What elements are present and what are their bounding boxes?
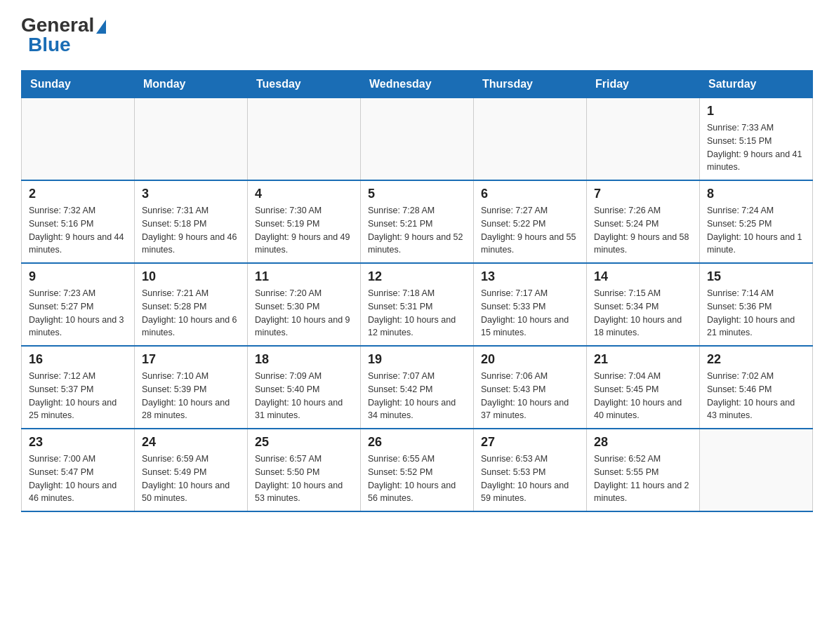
calendar-cell: 22Sunrise: 7:02 AMSunset: 5:46 PMDayligh… [700, 346, 813, 429]
calendar-cell: 16Sunrise: 7:12 AMSunset: 5:37 PMDayligh… [22, 346, 135, 429]
day-header-wednesday: Wednesday [361, 71, 474, 98]
calendar-table: SundayMondayTuesdayWednesdayThursdayFrid… [21, 70, 813, 512]
day-info: Sunrise: 7:31 AMSunset: 5:18 PMDaylight:… [142, 204, 240, 257]
day-info: Sunrise: 7:23 AMSunset: 5:27 PMDaylight:… [29, 287, 127, 340]
calendar-cell: 13Sunrise: 7:17 AMSunset: 5:33 PMDayligh… [474, 263, 587, 346]
day-info: Sunrise: 7:26 AMSunset: 5:24 PMDaylight:… [594, 204, 692, 257]
day-number: 24 [142, 435, 240, 450]
day-number: 28 [594, 435, 692, 450]
calendar-cell: 14Sunrise: 7:15 AMSunset: 5:34 PMDayligh… [587, 263, 700, 346]
day-number: 13 [481, 269, 579, 284]
day-info: Sunrise: 7:04 AMSunset: 5:45 PMDaylight:… [594, 370, 692, 422]
day-info: Sunrise: 7:09 AMSunset: 5:40 PMDaylight:… [255, 370, 353, 422]
day-number: 1 [707, 104, 805, 119]
calendar-cell [474, 98, 587, 181]
day-info: Sunrise: 7:30 AMSunset: 5:19 PMDaylight:… [255, 204, 353, 257]
day-number: 21 [594, 352, 692, 367]
calendar-cell: 7Sunrise: 7:26 AMSunset: 5:24 PMDaylight… [587, 180, 700, 263]
calendar-cell: 15Sunrise: 7:14 AMSunset: 5:36 PMDayligh… [700, 263, 813, 346]
day-number: 7 [594, 187, 692, 201]
day-info: Sunrise: 6:55 AMSunset: 5:52 PMDaylight:… [368, 452, 466, 505]
day-info: Sunrise: 7:12 AMSunset: 5:37 PMDaylight:… [29, 370, 127, 422]
week-row-3: 16Sunrise: 7:12 AMSunset: 5:37 PMDayligh… [22, 346, 813, 429]
day-info: Sunrise: 7:10 AMSunset: 5:39 PMDaylight:… [142, 370, 240, 422]
day-number: 2 [29, 187, 127, 201]
day-number: 15 [707, 269, 805, 284]
day-info: Sunrise: 7:33 AMSunset: 5:15 PMDaylight:… [707, 121, 805, 174]
day-number: 4 [255, 187, 353, 201]
day-number: 12 [368, 269, 466, 284]
day-info: Sunrise: 7:17 AMSunset: 5:33 PMDaylight:… [481, 287, 579, 340]
day-info: Sunrise: 7:24 AMSunset: 5:25 PMDaylight:… [707, 204, 805, 257]
day-number: 14 [594, 269, 692, 284]
calendar-cell: 11Sunrise: 7:20 AMSunset: 5:30 PMDayligh… [248, 263, 361, 346]
day-number: 11 [255, 269, 353, 284]
logo-blue-text: Blue [28, 34, 71, 56]
calendar-cell [587, 98, 700, 181]
day-info: Sunrise: 7:28 AMSunset: 5:21 PMDaylight:… [368, 204, 466, 257]
calendar-header-row: SundayMondayTuesdayWednesdayThursdayFrid… [22, 71, 813, 98]
day-header-saturday: Saturday [700, 71, 813, 98]
day-number: 3 [142, 187, 240, 201]
calendar-cell: 1Sunrise: 7:33 AMSunset: 5:15 PMDaylight… [700, 98, 813, 181]
day-number: 5 [368, 187, 466, 201]
calendar-cell: 8Sunrise: 7:24 AMSunset: 5:25 PMDaylight… [700, 180, 813, 263]
page-header: General Blue [21, 14, 813, 56]
calendar-cell: 21Sunrise: 7:04 AMSunset: 5:45 PMDayligh… [587, 346, 700, 429]
calendar-cell: 17Sunrise: 7:10 AMSunset: 5:39 PMDayligh… [135, 346, 248, 429]
day-number: 6 [481, 187, 579, 201]
calendar-cell: 18Sunrise: 7:09 AMSunset: 5:40 PMDayligh… [248, 346, 361, 429]
day-header-sunday: Sunday [22, 71, 135, 98]
day-number: 25 [255, 435, 353, 450]
calendar-cell [248, 98, 361, 181]
day-info: Sunrise: 7:14 AMSunset: 5:36 PMDaylight:… [707, 287, 805, 340]
day-number: 10 [142, 269, 240, 284]
calendar-cell: 27Sunrise: 6:53 AMSunset: 5:53 PMDayligh… [474, 429, 587, 511]
day-info: Sunrise: 7:00 AMSunset: 5:47 PMDaylight:… [29, 452, 127, 505]
day-info: Sunrise: 7:20 AMSunset: 5:30 PMDaylight:… [255, 287, 353, 340]
day-header-monday: Monday [135, 71, 248, 98]
day-info: Sunrise: 7:32 AMSunset: 5:16 PMDaylight:… [29, 204, 127, 257]
day-number: 8 [707, 187, 805, 201]
day-info: Sunrise: 6:59 AMSunset: 5:49 PMDaylight:… [142, 452, 240, 505]
day-number: 27 [481, 435, 579, 450]
day-number: 26 [368, 435, 466, 450]
day-info: Sunrise: 7:27 AMSunset: 5:22 PMDaylight:… [481, 204, 579, 257]
calendar-cell [22, 98, 135, 181]
logo-triangle-icon [96, 20, 106, 34]
day-number: 22 [707, 352, 805, 367]
calendar-cell: 23Sunrise: 7:00 AMSunset: 5:47 PMDayligh… [22, 429, 135, 511]
day-info: Sunrise: 7:06 AMSunset: 5:43 PMDaylight:… [481, 370, 579, 422]
day-number: 16 [29, 352, 127, 367]
day-header-friday: Friday [587, 71, 700, 98]
day-info: Sunrise: 7:15 AMSunset: 5:34 PMDaylight:… [594, 287, 692, 340]
calendar-cell: 24Sunrise: 6:59 AMSunset: 5:49 PMDayligh… [135, 429, 248, 511]
day-number: 9 [29, 269, 127, 284]
calendar-cell: 10Sunrise: 7:21 AMSunset: 5:28 PMDayligh… [135, 263, 248, 346]
day-number: 23 [29, 435, 127, 450]
day-info: Sunrise: 6:52 AMSunset: 5:55 PMDaylight:… [594, 452, 692, 505]
calendar-cell [700, 429, 813, 511]
calendar-cell: 25Sunrise: 6:57 AMSunset: 5:50 PMDayligh… [248, 429, 361, 511]
day-number: 17 [142, 352, 240, 367]
day-number: 18 [255, 352, 353, 367]
week-row-1: 2Sunrise: 7:32 AMSunset: 5:16 PMDaylight… [22, 180, 813, 263]
day-info: Sunrise: 7:07 AMSunset: 5:42 PMDaylight:… [368, 370, 466, 422]
day-info: Sunrise: 7:21 AMSunset: 5:28 PMDaylight:… [142, 287, 240, 340]
day-number: 19 [368, 352, 466, 367]
calendar-cell: 5Sunrise: 7:28 AMSunset: 5:21 PMDaylight… [361, 180, 474, 263]
day-header-thursday: Thursday [474, 71, 587, 98]
week-row-4: 23Sunrise: 7:00 AMSunset: 5:47 PMDayligh… [22, 429, 813, 511]
calendar-cell: 9Sunrise: 7:23 AMSunset: 5:27 PMDaylight… [22, 263, 135, 346]
calendar-cell: 19Sunrise: 7:07 AMSunset: 5:42 PMDayligh… [361, 346, 474, 429]
calendar-cell: 2Sunrise: 7:32 AMSunset: 5:16 PMDaylight… [22, 180, 135, 263]
day-header-tuesday: Tuesday [248, 71, 361, 98]
week-row-0: 1Sunrise: 7:33 AMSunset: 5:15 PMDaylight… [22, 98, 813, 181]
day-number: 20 [481, 352, 579, 367]
day-info: Sunrise: 7:18 AMSunset: 5:31 PMDaylight:… [368, 287, 466, 340]
day-info: Sunrise: 6:57 AMSunset: 5:50 PMDaylight:… [255, 452, 353, 505]
calendar-cell: 28Sunrise: 6:52 AMSunset: 5:55 PMDayligh… [587, 429, 700, 511]
calendar-cell: 12Sunrise: 7:18 AMSunset: 5:31 PMDayligh… [361, 263, 474, 346]
calendar-cell [135, 98, 248, 181]
calendar-cell: 20Sunrise: 7:06 AMSunset: 5:43 PMDayligh… [474, 346, 587, 429]
